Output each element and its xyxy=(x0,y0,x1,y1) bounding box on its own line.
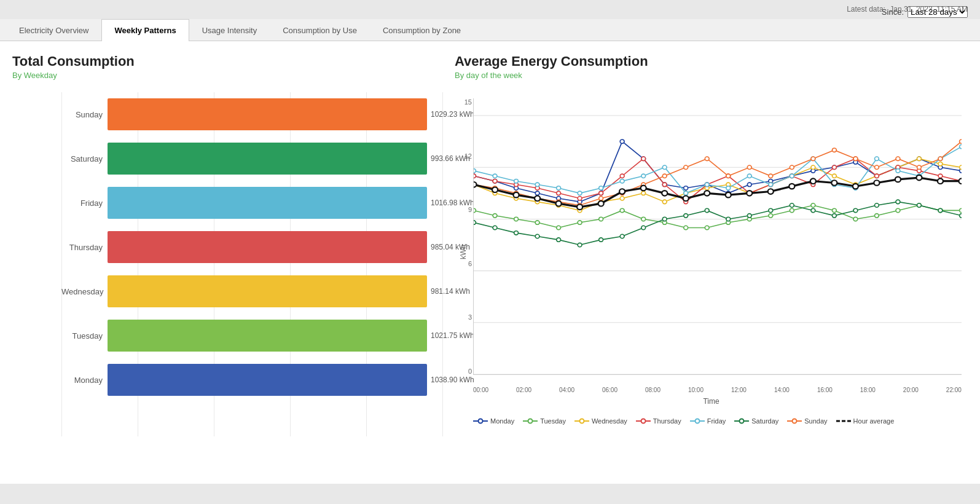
dot-hour-average xyxy=(704,191,710,196)
dot-hour-average xyxy=(641,186,646,191)
dot-tuesday xyxy=(960,208,962,212)
dot-sunday xyxy=(662,174,667,178)
left-chart-subtitle: By Weekday xyxy=(12,71,442,80)
top-bar: Since: Last 28 days Last 7 days Last 90 … xyxy=(0,0,980,19)
tabs: Electricity OverviewWeekly PatternsUsage… xyxy=(0,19,980,41)
dot-tuesday xyxy=(474,208,476,212)
dot-saturday xyxy=(769,208,773,212)
dot-hour-average xyxy=(514,192,519,198)
dot-friday xyxy=(790,174,794,178)
dot-sunday xyxy=(599,197,603,200)
y-axis-tick: 15 xyxy=(455,98,472,106)
bar-fill xyxy=(108,187,427,219)
dot-hour-average xyxy=(474,182,477,187)
bar-label: Saturday xyxy=(61,154,108,163)
y-axis-tick: 9 xyxy=(455,206,472,213)
dot-sunday xyxy=(875,165,879,169)
dot-hour-average xyxy=(853,184,858,189)
dot-sunday xyxy=(896,157,900,160)
dot-saturday xyxy=(684,214,688,218)
tab-consumption-by-use[interactable]: Consumption by Use xyxy=(270,19,370,41)
dot-hour-average xyxy=(874,180,879,186)
dot-friday xyxy=(726,186,731,190)
bar-label: Thursday xyxy=(61,243,108,252)
dot-friday xyxy=(493,174,497,178)
bar-row: Thursday985.04 kWh xyxy=(61,225,442,269)
dot-saturday xyxy=(938,208,943,212)
y-axis-tick: 6 xyxy=(455,260,472,267)
legend-item: Monday xyxy=(473,417,514,425)
dot-tuesday xyxy=(769,214,773,218)
dot-hour-average xyxy=(492,187,498,192)
dot-sunday xyxy=(811,157,815,160)
dot-saturday xyxy=(493,226,497,229)
bar-chart: Sunday1029.23 kWhSaturday993.66 kWhFrida… xyxy=(12,92,442,436)
bar-row: Monday1038.90 kWh xyxy=(61,358,442,402)
bar-label: Monday xyxy=(61,376,108,385)
dot-wednesday xyxy=(620,197,624,200)
x-axis-tick: 04:00 xyxy=(559,387,574,393)
dot-hour-average xyxy=(789,184,794,189)
dot-friday xyxy=(896,169,900,173)
x-axis-tick: 14:00 xyxy=(774,387,790,393)
dot-saturday xyxy=(557,238,561,242)
legend-label: Sunday xyxy=(804,417,827,425)
tab-electricity-overview[interactable]: Electricity Overview xyxy=(6,19,101,41)
bar-fill xyxy=(108,320,427,352)
dot-friday xyxy=(620,179,624,183)
dot-saturday xyxy=(960,214,962,218)
dot-hour-average xyxy=(768,189,774,194)
bar-fill xyxy=(108,143,427,175)
dot-saturday xyxy=(620,234,624,238)
dot-hour-average xyxy=(619,189,625,194)
legend-label: Friday xyxy=(707,417,726,425)
bar-row: Sunday1029.23 kWh xyxy=(61,92,442,136)
dot-thursday xyxy=(599,191,603,195)
y-axis-tick: 3 xyxy=(455,313,472,321)
dot-sunday xyxy=(832,148,836,152)
dot-sunday xyxy=(747,165,751,169)
bar-label: Tuesday xyxy=(61,331,108,341)
bar-fill xyxy=(108,275,427,307)
dot-thursday xyxy=(578,197,582,200)
dot-wednesday xyxy=(917,157,922,160)
dot-friday xyxy=(557,186,561,190)
line-friday xyxy=(474,147,962,194)
legend-label: Tuesday xyxy=(540,417,566,425)
dot-tuesday xyxy=(875,214,879,218)
right-chart-subtitle: By day of the week xyxy=(455,71,968,80)
dot-hour-average xyxy=(683,195,689,201)
dot-thursday xyxy=(620,174,624,178)
line-hour-average xyxy=(474,178,962,207)
chart-legend: MondayTuesdayWednesdayThursdayFridaySatu… xyxy=(455,417,968,425)
dot-tuesday xyxy=(641,217,646,221)
dot-hour-average xyxy=(895,177,901,183)
bar-label: Friday xyxy=(61,199,108,208)
legend-label: Monday xyxy=(490,417,514,425)
x-axis-tick: 18:00 xyxy=(860,387,876,393)
dot-saturday xyxy=(726,217,731,221)
tab-weekly-patterns[interactable]: Weekly Patterns xyxy=(101,19,189,41)
line-saturday xyxy=(474,202,962,245)
legend-item: Sunday xyxy=(787,417,827,425)
legend-label: Thursday xyxy=(653,417,681,425)
tab-usage-intensity[interactable]: Usage Intensity xyxy=(189,19,270,41)
x-axis-tick: 12:00 xyxy=(731,387,747,393)
dot-tuesday xyxy=(811,203,815,207)
y-axis-label: kWh xyxy=(459,245,468,259)
legend-item: Hour average xyxy=(836,417,895,425)
dot-friday xyxy=(474,169,476,173)
tab-consumption-by-zone[interactable]: Consumption by Zone xyxy=(370,19,474,41)
x-axis-tick: 16:00 xyxy=(817,387,833,393)
right-chart-title: Average Energy Consumption xyxy=(455,53,968,69)
dot-monday xyxy=(747,183,751,186)
chart-area xyxy=(473,98,962,375)
dot-hour-average xyxy=(535,195,540,201)
dot-tuesday xyxy=(790,208,794,212)
dot-saturday xyxy=(705,208,709,212)
dot-friday xyxy=(599,186,603,190)
legend-item: Wednesday xyxy=(574,417,627,425)
dot-friday xyxy=(960,144,962,148)
dot-sunday xyxy=(705,157,709,160)
dot-thursday xyxy=(938,174,943,178)
